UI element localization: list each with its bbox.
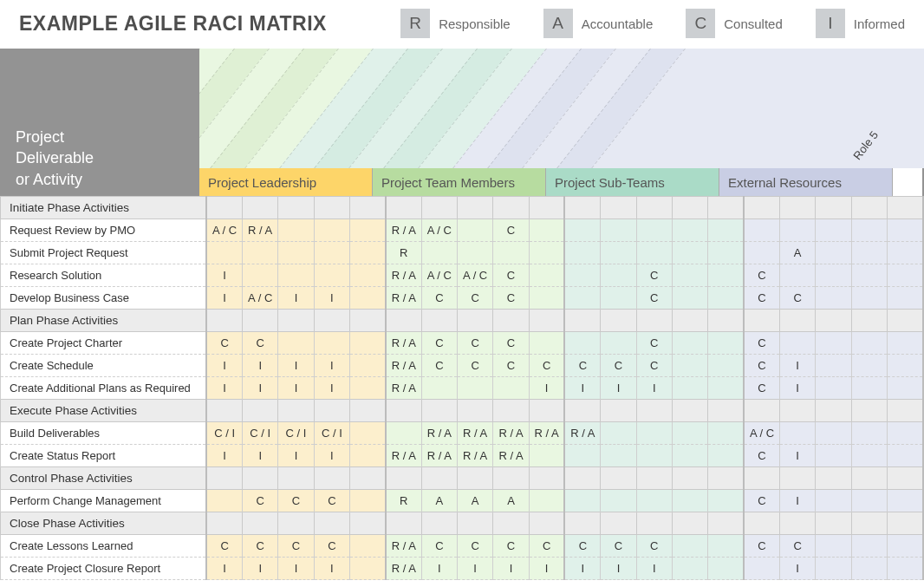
raci-cell — [529, 242, 564, 264]
raci-cell — [851, 422, 887, 445]
raci-cell: R / A — [386, 332, 421, 355]
raci-cell: I — [779, 490, 815, 512]
raci-cell: I — [206, 445, 242, 467]
raci-cell — [386, 310, 421, 332]
raci-cell — [672, 422, 707, 445]
legend-item-i: IInformed — [816, 9, 905, 38]
raci-cell — [851, 535, 887, 558]
raci-cell — [529, 490, 564, 512]
raci-cell — [779, 219, 815, 242]
raci-cell: C — [458, 287, 493, 310]
raci-cell — [672, 535, 707, 558]
raci-cell — [851, 377, 887, 400]
raci-cell: A / C — [243, 287, 278, 310]
raci-cell — [493, 377, 529, 400]
raci-cell: R / A — [564, 422, 600, 445]
task-row: Create Status ReportIIIIR / AR / AR / AR… — [1, 445, 924, 467]
raci-cell — [708, 197, 744, 219]
raci-cell — [350, 287, 386, 310]
raci-cell — [314, 242, 349, 264]
raci-cell: C — [744, 445, 779, 467]
raci-cell: I — [243, 445, 278, 467]
raci-cell — [887, 467, 923, 490]
raci-cell — [421, 242, 457, 264]
raci-cell — [458, 377, 493, 400]
raci-cell — [421, 467, 457, 490]
raci-cell: I — [779, 377, 815, 400]
raci-cell — [493, 197, 529, 219]
raci-cell — [564, 219, 600, 242]
raci-cell — [708, 219, 744, 242]
raci-cell — [421, 310, 457, 332]
raci-cell — [601, 332, 636, 355]
raci-cell — [672, 400, 707, 422]
raci-cell — [350, 264, 386, 287]
page-title: EXAMPLE AGILE RACI MATRIX — [19, 12, 327, 36]
raci-cell — [421, 512, 457, 535]
raci-cell: C — [458, 355, 493, 377]
raci-cell — [708, 287, 744, 310]
raci-cell — [708, 558, 744, 580]
raci-cell: R / A — [458, 422, 493, 445]
activity-cell: Request Review by PMO — [1, 219, 207, 242]
group-header-g2: Project Sub-Teams — [546, 168, 719, 196]
raci-cell: C / I — [278, 422, 314, 445]
raci-cell — [421, 400, 457, 422]
raci-cell — [708, 422, 744, 445]
raci-cell — [851, 264, 887, 287]
raci-cell — [421, 197, 457, 219]
task-row: Create Project CharterCCR / ACCCCC — [1, 332, 924, 355]
raci-cell — [350, 219, 386, 242]
raci-cell — [314, 264, 349, 287]
raci-cell: R / A — [386, 377, 421, 400]
raci-cell — [708, 400, 744, 422]
raci-cell — [672, 332, 707, 355]
raci-cell: R / A — [386, 535, 421, 558]
raci-cell — [529, 197, 564, 219]
raci-cell — [816, 287, 851, 310]
raci-cell: I — [314, 377, 349, 400]
raci-cell — [206, 310, 242, 332]
raci-cell — [708, 512, 744, 535]
raci-cell — [458, 197, 493, 219]
activity-cell: Research Solution — [1, 264, 207, 287]
raci-cell — [636, 310, 672, 332]
raci-cell — [314, 332, 349, 355]
raci-cell: I — [458, 558, 493, 580]
raci-cell — [636, 400, 672, 422]
raci-cell — [493, 467, 529, 490]
raci-cell — [278, 197, 314, 219]
raci-cell: C — [493, 332, 529, 355]
raci-cell: A / C — [421, 219, 457, 242]
raci-cell: C — [744, 377, 779, 400]
raci-cell: I — [314, 355, 349, 377]
raci-cell — [601, 400, 636, 422]
raci-cell: R — [386, 242, 421, 264]
raci-cell — [851, 467, 887, 490]
raci-cell — [314, 310, 349, 332]
raci-cell — [887, 310, 923, 332]
raci-cell: A / C — [421, 264, 457, 287]
raci-cell: C — [493, 355, 529, 377]
raci-cell — [243, 264, 278, 287]
raci-cell: C — [564, 355, 600, 377]
raci-cell: C — [636, 332, 672, 355]
raci-cell: C — [636, 264, 672, 287]
raci-cell — [779, 400, 815, 422]
legend-box: C — [686, 9, 715, 38]
activity-cell: Perform Change Management — [1, 490, 207, 512]
raci-cell: I — [278, 377, 314, 400]
raci-cell — [529, 400, 564, 422]
raci-cell — [206, 400, 242, 422]
raci-cell — [529, 219, 564, 242]
raci-cell — [421, 377, 457, 400]
raci-cell — [529, 512, 564, 535]
raci-cell: C — [314, 490, 349, 512]
raci-cell — [887, 400, 923, 422]
raci-cell — [243, 197, 278, 219]
raci-cell — [601, 445, 636, 467]
row-axis-label: ProjectDeliverableor Activity — [0, 49, 199, 196]
raci-cell: C / I — [206, 422, 242, 445]
raci-cell — [350, 467, 386, 490]
raci-cell — [314, 197, 349, 219]
